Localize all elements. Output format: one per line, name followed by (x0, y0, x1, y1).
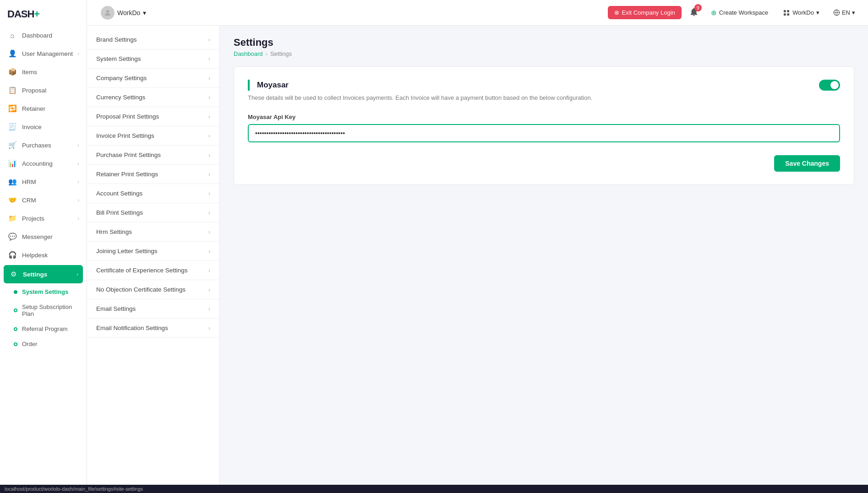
api-key-label: Moyasar Api Key (248, 114, 840, 120)
logo-plus: + (34, 8, 39, 20)
moyasar-card: Moyasar These details will be used to co… (234, 66, 854, 185)
card-footer: Save Changes (248, 155, 840, 172)
sidebar-item-retainer[interactable]: 🔁 Retainer (0, 99, 87, 118)
nav-label-dashboard: Dashboard (22, 32, 79, 39)
settings-menu-label-proposal-print-settings: Proposal Print Settings (96, 113, 159, 120)
lang-dropdown-icon: ▾ (852, 9, 855, 16)
sub-nav-label-referral-program: Referral Program (22, 325, 68, 332)
nav-icon-crm: 🤝 (7, 196, 17, 204)
settings-menu-label-email-settings: Email Settings (96, 305, 136, 312)
nav-icon-settings: ⚙ (8, 270, 18, 278)
settings-menu-item-joining-letter-settings[interactable]: Joining Letter Settings › (87, 242, 219, 261)
sub-nav-item-setup-subscription[interactable]: Setup Subscription Plan (0, 299, 87, 321)
settings-menu-arrow-retainer-print-settings: › (208, 171, 210, 178)
moyasar-api-key-input[interactable] (248, 124, 840, 142)
breadcrumb-current: Settings (270, 50, 292, 57)
nav-label-accounting: Accounting (22, 160, 77, 167)
sidebar-item-user-management[interactable]: 👤 User Management › (0, 44, 87, 63)
company-dropdown-icon: ▾ (143, 9, 146, 16)
settings-menu-arrow-hrm-settings: › (208, 229, 210, 235)
nav-icon-proposal: 📋 (7, 86, 17, 94)
settings-menu-label-email-notification-settings: Email Notification Settings (96, 325, 168, 331)
company-name: WorkDo (117, 9, 140, 16)
settings-menu-arrow-bill-print-settings: › (208, 210, 210, 216)
workspace-selector[interactable]: WorkDo ▾ (778, 6, 824, 19)
language-selector[interactable]: EN ▾ (830, 7, 859, 18)
sub-nav-item-system-settings-sub[interactable]: System Settings (0, 284, 87, 299)
settings-menu-item-purchase-print-settings[interactable]: Purchase Print Settings › (87, 146, 219, 165)
settings-menu-arrow-system-settings: › (208, 56, 210, 62)
sub-nav-item-order[interactable]: Order (0, 336, 87, 352)
breadcrumb-separator: › (266, 50, 267, 57)
moyasar-toggle[interactable] (819, 80, 840, 91)
company-avatar (101, 6, 115, 20)
nav-label-crm: CRM (22, 197, 77, 204)
sidebar-item-projects[interactable]: 📁 Projects › (0, 209, 87, 228)
sidebar-item-crm[interactable]: 🤝 CRM › (0, 191, 87, 209)
sidebar-item-invoice[interactable]: 🧾 Invoice (0, 118, 87, 136)
notif-badge: 9 (694, 4, 702, 11)
settings-menu-item-brand-settings[interactable]: Brand Settings › (87, 30, 219, 49)
settings-menu-label-system-settings: System Settings (96, 55, 141, 62)
notifications-button[interactable]: 9 (687, 5, 701, 20)
workspace-dropdown-icon: ▾ (816, 9, 819, 16)
nav-arrow-projects: › (77, 216, 79, 221)
nav-label-invoice: Invoice (22, 124, 79, 130)
main-area: WorkDo ▾ ⊗ Exit Company Login 9 ⊕ Cre (87, 0, 868, 493)
sidebar-item-dashboard[interactable]: ⌂ Dashboard (0, 27, 87, 44)
nav-arrow-user-management: › (77, 51, 79, 56)
settings-menu-arrow-certificate-settings: › (208, 267, 210, 274)
settings-menu-item-account-settings[interactable]: Account Settings › (87, 184, 219, 203)
nav-icon-invoice: 🧾 (7, 123, 17, 131)
logo-text: DASH+ (7, 8, 79, 20)
exit-icon: ⊗ (614, 9, 619, 16)
sidebar-nav: ⌂ Dashboard 👤 User Management › 📦 Items … (0, 27, 87, 493)
sub-dot-setup-subscription (14, 309, 17, 312)
settings-menu-label-joining-letter-settings: Joining Letter Settings (96, 248, 158, 255)
sidebar-item-purchases[interactable]: 🛒 Purchases › (0, 136, 87, 154)
sidebar-item-hrm[interactable]: 👥 HRM › (0, 173, 87, 191)
nav-arrow-accounting: › (77, 161, 79, 166)
nav-icon-dashboard: ⌂ (7, 32, 17, 39)
settings-menu-arrow-joining-letter-settings: › (208, 248, 210, 255)
save-changes-button[interactable]: Save Changes (774, 155, 840, 172)
sidebar-item-settings[interactable]: ⚙ Settings › (4, 265, 83, 283)
settings-menu-item-email-settings[interactable]: Email Settings › (87, 299, 219, 319)
breadcrumb-home[interactable]: Dashboard (234, 50, 263, 57)
settings-menu-item-system-settings[interactable]: System Settings › (87, 49, 219, 69)
company-selector[interactable]: WorkDo ▾ (96, 3, 151, 22)
sub-nav-label-setup-subscription: Setup Subscription Plan (22, 303, 79, 317)
moyasar-title: Moyasar (257, 80, 840, 91)
sidebar-item-items[interactable]: 📦 Items (0, 63, 87, 81)
settings-menu-item-proposal-print-settings[interactable]: Proposal Print Settings › (87, 107, 219, 126)
nav-arrow-crm: › (77, 197, 79, 203)
exit-company-button[interactable]: ⊗ Exit Company Login (608, 6, 681, 19)
sub-nav-item-referral-program[interactable]: Referral Program (0, 321, 87, 336)
settings-menu-item-email-notification-settings[interactable]: Email Notification Settings › (87, 319, 219, 338)
sidebar-item-proposal[interactable]: 📋 Proposal (0, 81, 87, 99)
nav-arrow-settings: › (76, 271, 78, 277)
moyasar-description: These details will be used to collect In… (248, 93, 840, 103)
settings-menu-arrow-noc-settings: › (208, 287, 210, 293)
settings-menu-label-invoice-print-settings: Invoice Print Settings (96, 132, 154, 139)
sidebar-item-helpdesk[interactable]: 🎧 Helpdesk (0, 246, 87, 264)
nav-icon-retainer: 🔁 (7, 104, 17, 113)
settings-menu-item-currency-settings[interactable]: Currency Settings › (87, 88, 219, 107)
create-workspace-button[interactable]: ⊕ Create Workspace (706, 6, 773, 20)
sub-nav: System Settings Setup Subscription Plan … (0, 284, 87, 352)
settings-menu-item-bill-print-settings[interactable]: Bill Print Settings › (87, 203, 219, 222)
settings-menu-item-certificate-settings[interactable]: Certificate of Experience Settings › (87, 261, 219, 280)
settings-menu-item-company-settings[interactable]: Company Settings › (87, 69, 219, 88)
sidebar-item-accounting[interactable]: 📊 Accounting › (0, 154, 87, 173)
settings-menu-label-currency-settings: Currency Settings (96, 94, 145, 101)
settings-menu-item-hrm-settings[interactable]: Hrm Settings › (87, 222, 219, 242)
settings-menu-arrow-email-notification-settings: › (208, 325, 210, 331)
settings-menu-item-retainer-print-settings[interactable]: Retainer Print Settings › (87, 165, 219, 184)
settings-menu-item-noc-settings[interactable]: No Objection Certificate Settings › (87, 280, 219, 299)
sidebar-item-messenger[interactable]: 💬 Messenger (0, 228, 87, 246)
nav-arrow-hrm: › (77, 179, 79, 184)
nav-label-items: Items (22, 69, 79, 76)
nav-label-settings: Settings (23, 271, 76, 278)
app-container: DASH+ ⌂ Dashboard 👤 User Management › 📦 … (0, 0, 868, 493)
settings-menu-item-invoice-print-settings[interactable]: Invoice Print Settings › (87, 126, 219, 146)
